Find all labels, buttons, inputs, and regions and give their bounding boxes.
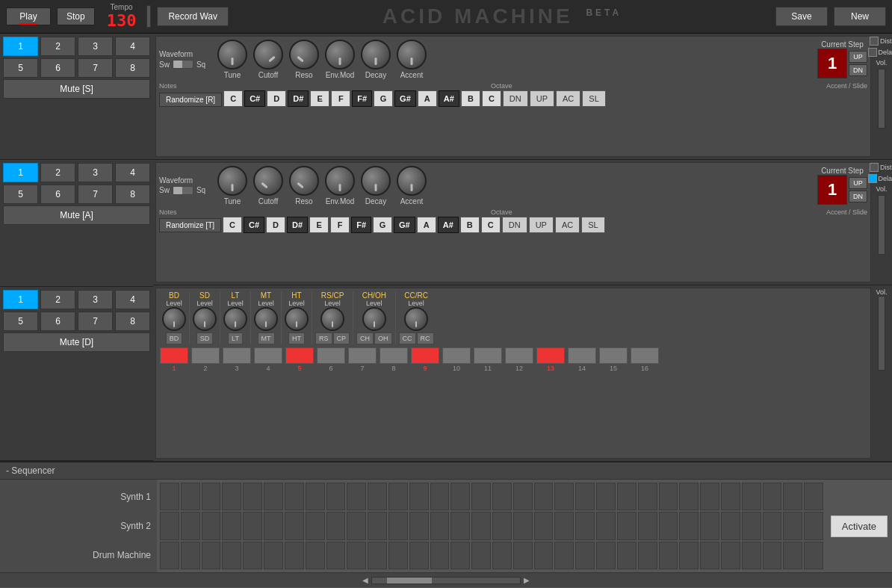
save-button[interactable]: Save bbox=[775, 7, 828, 26]
seq-cell[interactable] bbox=[160, 512, 179, 539]
synth1-note-E[interactable]: E bbox=[310, 90, 329, 107]
seq-cell[interactable] bbox=[659, 512, 678, 539]
synth1-track-btn-3[interactable]: 3 bbox=[78, 37, 113, 56]
synth1-sl-button[interactable]: SL bbox=[582, 90, 605, 107]
drum-rs-btn[interactable]: RS bbox=[315, 332, 332, 344]
seq-cell[interactable] bbox=[596, 542, 616, 569]
synth2-note-A[interactable]: A bbox=[417, 217, 436, 233]
seq-cell[interactable] bbox=[243, 512, 262, 539]
seq-cell[interactable] bbox=[264, 483, 283, 510]
drum-cc-btn[interactable]: CC bbox=[399, 332, 416, 344]
seq-cell[interactable] bbox=[326, 512, 346, 539]
drum-step-box-9[interactable] bbox=[411, 347, 439, 364]
scroll-thumb[interactable] bbox=[387, 578, 432, 584]
seq-cell[interactable] bbox=[804, 512, 823, 539]
synth1-ac-button[interactable]: AC bbox=[556, 90, 580, 107]
synth2-note-As[interactable]: A# bbox=[438, 217, 459, 233]
seq-cell[interactable] bbox=[783, 512, 802, 539]
seq-cell[interactable] bbox=[513, 542, 533, 569]
scroll-track[interactable] bbox=[371, 577, 521, 584]
synth2-mute-button[interactable]: Mute [A] bbox=[3, 205, 150, 225]
seq-cell[interactable] bbox=[160, 483, 179, 510]
seq-cell[interactable] bbox=[596, 483, 616, 510]
drum-lt-btn[interactable]: LT bbox=[228, 332, 243, 344]
seq-cell[interactable] bbox=[554, 542, 574, 569]
synth1-track-btn-1[interactable]: 1 bbox=[3, 37, 38, 56]
seq-cell[interactable] bbox=[471, 512, 491, 539]
seq-cell[interactable] bbox=[513, 512, 533, 539]
seq-cell[interactable] bbox=[700, 542, 719, 569]
seq-cell[interactable] bbox=[575, 512, 595, 539]
seq-cell[interactable] bbox=[388, 542, 408, 569]
seq-cell[interactable] bbox=[388, 483, 408, 510]
synth1-mute-button[interactable]: Mute [S] bbox=[3, 79, 150, 99]
seq-cell[interactable] bbox=[700, 483, 719, 510]
seq-activate-button[interactable]: Activate bbox=[831, 516, 888, 537]
drum-vol-slider[interactable] bbox=[878, 296, 885, 371]
drum-step-box-10[interactable] bbox=[442, 347, 471, 364]
synth1-note-B[interactable]: B bbox=[461, 90, 480, 107]
synth1-note-A[interactable]: A bbox=[418, 90, 437, 107]
seq-cell[interactable] bbox=[783, 483, 802, 510]
synth1-note-G[interactable]: G bbox=[374, 90, 393, 107]
seq-cell[interactable] bbox=[368, 483, 387, 510]
synth2-step-dn-button[interactable]: DN bbox=[849, 191, 867, 202]
seq-cell[interactable] bbox=[596, 512, 616, 539]
tempo-slider[interactable] bbox=[146, 5, 151, 28]
drum-step-box-5[interactable] bbox=[285, 347, 314, 364]
seq-cell[interactable] bbox=[306, 483, 325, 510]
seq-cell[interactable] bbox=[659, 542, 678, 569]
synth2-note-Gs[interactable]: G# bbox=[394, 217, 415, 233]
seq-cell[interactable] bbox=[763, 542, 782, 569]
synth1-note-Cs[interactable]: C# bbox=[244, 90, 265, 107]
synth1-track-btn-7[interactable]: 7 bbox=[78, 58, 113, 78]
synth2-tune-knob[interactable] bbox=[217, 166, 247, 196]
seq-cell[interactable] bbox=[492, 483, 512, 510]
drum-mt-knob[interactable] bbox=[254, 307, 278, 331]
seq-cell[interactable] bbox=[430, 542, 450, 569]
synth2-track-btn-2[interactable]: 2 bbox=[40, 163, 75, 182]
seq-cell[interactable] bbox=[575, 483, 595, 510]
scroll-left-arrow[interactable]: ◀ bbox=[359, 576, 371, 584]
synth1-envmod-knob[interactable] bbox=[325, 40, 355, 69]
drum-step-box-2[interactable] bbox=[191, 347, 220, 364]
synth2-note-G[interactable]: G bbox=[373, 217, 392, 233]
seq-cell[interactable] bbox=[763, 483, 782, 510]
seq-cell[interactable] bbox=[409, 542, 429, 569]
drum-step-box-4[interactable] bbox=[254, 347, 282, 364]
seq-cell[interactable] bbox=[471, 542, 491, 569]
synth1-reso-knob[interactable] bbox=[289, 40, 319, 69]
seq-cell[interactable] bbox=[222, 542, 241, 569]
drum-step-box-7[interactable] bbox=[348, 347, 377, 364]
synth2-envmod-knob[interactable] bbox=[325, 166, 355, 196]
seq-cell[interactable] bbox=[264, 512, 283, 539]
drum-step-box-8[interactable] bbox=[380, 347, 408, 364]
synth2-ac-button[interactable]: AC bbox=[555, 217, 580, 233]
drum-rscp-knob[interactable] bbox=[320, 307, 344, 331]
seq-cell[interactable] bbox=[306, 542, 325, 569]
seq-cell[interactable] bbox=[388, 512, 408, 539]
seq-cell[interactable] bbox=[450, 483, 470, 510]
seq-cell[interactable] bbox=[243, 483, 262, 510]
drum-step-box-14[interactable] bbox=[568, 347, 596, 364]
drum-track-btn-8[interactable]: 8 bbox=[115, 312, 150, 331]
synth1-track-btn-6[interactable]: 6 bbox=[40, 58, 75, 78]
synth2-toggle-slider[interactable] bbox=[173, 186, 193, 195]
drum-step-box-16[interactable] bbox=[631, 347, 659, 364]
synth1-tune-knob[interactable] bbox=[217, 40, 247, 69]
synth1-step-up-button[interactable]: UP bbox=[849, 51, 867, 63]
seq-cell[interactable] bbox=[554, 483, 574, 510]
seq-cell[interactable] bbox=[430, 512, 450, 539]
synth2-note-F[interactable]: F bbox=[330, 217, 350, 233]
synth2-sl-button[interactable]: SL bbox=[581, 217, 604, 233]
seq-cell[interactable] bbox=[409, 483, 429, 510]
seq-cell[interactable] bbox=[202, 483, 221, 510]
seq-cell[interactable] bbox=[575, 542, 595, 569]
seq-cell[interactable] bbox=[721, 512, 740, 539]
seq-cell[interactable] bbox=[638, 542, 657, 569]
synth2-octave-dn[interactable]: DN bbox=[502, 217, 527, 233]
seq-cell[interactable] bbox=[679, 483, 699, 510]
synth1-accent-knob[interactable] bbox=[397, 40, 427, 69]
seq-cell[interactable] bbox=[617, 542, 637, 569]
synth2-decay-knob[interactable] bbox=[361, 166, 391, 196]
